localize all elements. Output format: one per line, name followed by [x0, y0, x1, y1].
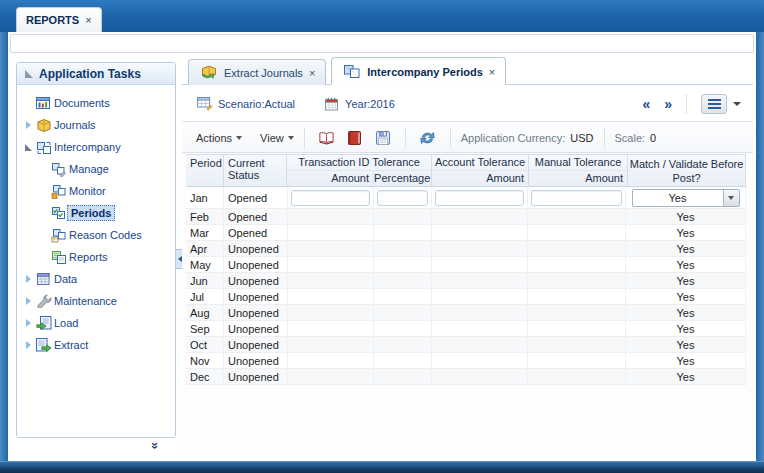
match-validate-cell: Yes Yes: [626, 369, 746, 384]
account-amount-cell: [432, 369, 528, 384]
manual-amount-input[interactable]: [531, 190, 622, 206]
table-row[interactable]: Feb Opened: [186, 209, 746, 225]
scenario-pov[interactable]: Scenario:Actual: [196, 96, 295, 111]
manual-amount-cell: [528, 209, 626, 224]
chevron-double-down-icon[interactable]: »: [152, 438, 172, 454]
sidebar-item-manage[interactable]: Manage: [17, 158, 175, 180]
expand-collapsed-icon[interactable]: [22, 297, 35, 305]
column-header-current-status: Current Status: [224, 155, 287, 186]
expand-collapsed-icon[interactable]: [22, 319, 35, 327]
table-row[interactable]: Jul Unopened: [186, 289, 746, 305]
table-row[interactable]: Oct Unopened: [186, 337, 746, 353]
close-icon[interactable]: ×: [85, 14, 91, 26]
table-row[interactable]: Sep Unopened: [186, 321, 746, 337]
content-tab-bar: Extract Journals × Intercompany Periods …: [188, 57, 506, 85]
expand-expanded-icon[interactable]: [22, 144, 35, 151]
column-header-period: Period: [186, 155, 224, 186]
tid-percentage-cell: [374, 225, 432, 240]
status-cell: Opened: [224, 209, 288, 224]
match-validate-cell: Yes Yes: [626, 273, 746, 288]
tab-extract-journals[interactable]: Extract Journals ×: [188, 59, 326, 85]
table-row[interactable]: Nov Unopened: [186, 353, 746, 369]
account-amount-cell: [432, 225, 528, 240]
sidebar-item-monitor[interactable]: Monitor: [17, 180, 175, 202]
status-cell: Unopened: [224, 289, 288, 304]
match-validate-cell: Yes Yes: [626, 209, 746, 224]
period-cell: May: [186, 257, 224, 272]
manual-amount-cell: [528, 321, 626, 336]
intercompany-periods-panel: Scenario:Actual Year:2016 « » Actions: [182, 84, 753, 455]
table-row[interactable]: May Unopened: [186, 257, 746, 273]
expand-collapsed-icon[interactable]: [22, 341, 35, 349]
sidebar-item-reports[interactable]: Reports: [17, 246, 175, 268]
period-cell: Jun: [186, 273, 224, 288]
tid-percentage-input[interactable]: [377, 190, 428, 206]
account-amount-input[interactable]: [435, 190, 524, 206]
sidebar-item-intercompany[interactable]: Intercompany: [17, 136, 175, 158]
account-amount-cell: [432, 209, 528, 224]
match-validate-cell: Yes Yes: [626, 289, 746, 304]
sidebar-item-periods[interactable]: Periods: [17, 202, 175, 224]
tid-amount-cell: [288, 353, 374, 368]
tid-amount-cell: [288, 257, 374, 272]
tid-amount-cell: [288, 289, 374, 304]
match-validate-cell: Yes Yes: [626, 257, 746, 272]
close-periods-button[interactable]: [343, 126, 367, 150]
tid-amount-input[interactable]: [291, 190, 370, 206]
table-header: Period Current Status Transaction ID Tol…: [186, 154, 746, 187]
match-validate-combobox[interactable]: Yes: [632, 189, 740, 207]
table-row[interactable]: Dec Unopened: [186, 369, 746, 385]
close-icon[interactable]: ×: [309, 67, 315, 79]
table-row[interactable]: Aug Unopened: [186, 305, 746, 321]
chevron-down-icon[interactable]: [723, 190, 739, 206]
column-header-tid-percentage: Percentage: [373, 171, 431, 186]
table-row[interactable]: Mar Opened: [186, 225, 746, 241]
next-button[interactable]: »: [664, 97, 672, 111]
previous-button[interactable]: «: [642, 97, 650, 111]
sidebar-item-extract[interactable]: Extract: [17, 334, 175, 356]
table-row[interactable]: Apr Unopened: [186, 241, 746, 257]
periods-table: Period Current Status Transaction ID Tol…: [186, 154, 746, 385]
match-validate-cell: Yes Yes: [626, 305, 746, 320]
sidebar-item-documents[interactable]: Documents: [17, 92, 175, 114]
sidebar-item-maintenance[interactable]: Maintenance: [17, 290, 175, 312]
column-header-tid-amount: Amount: [287, 171, 373, 186]
sidebar-item-journals[interactable]: Journals: [17, 114, 175, 136]
open-periods-button[interactable]: [315, 126, 339, 150]
reports-document-tab[interactable]: REPORTS ×: [16, 7, 102, 32]
table-row[interactable]: Jan Opened: [186, 187, 746, 209]
sidebar-item-load[interactable]: Load: [17, 312, 175, 334]
refresh-button[interactable]: [416, 126, 440, 150]
sidebar-item-data[interactable]: Data: [17, 268, 175, 290]
panel-menu-button[interactable]: [701, 94, 741, 114]
load-icon: [35, 316, 52, 331]
chevron-down-icon: [236, 136, 242, 140]
account-amount-cell: [432, 321, 528, 336]
close-icon[interactable]: ×: [489, 66, 495, 78]
status-cell: Unopened: [224, 257, 288, 272]
view-menu[interactable]: View: [260, 132, 294, 144]
application-tasks-header[interactable]: Application Tasks: [17, 63, 175, 85]
year-pov[interactable]: Year:2016: [323, 97, 395, 111]
actions-toolbar: Actions View Application: [182, 123, 753, 153]
status-cell: Unopened: [224, 305, 288, 320]
tab-intercompany-periods[interactable]: Intercompany Periods ×: [331, 57, 506, 85]
scenario-icon: [196, 96, 213, 111]
actions-menu[interactable]: Actions: [196, 132, 242, 144]
save-button[interactable]: [371, 126, 395, 150]
expand-collapsed-icon[interactable]: [22, 275, 35, 283]
browser-tab-bar: REPORTS ×: [0, 0, 764, 32]
account-amount-cell: [432, 305, 528, 320]
journals-icon: [35, 118, 52, 132]
column-header-match-validate: Match / Validate Before Post?: [628, 155, 746, 186]
table-body: Jan Opened: [186, 187, 746, 385]
period-cell: Mar: [186, 225, 224, 240]
tid-amount-cell: [288, 187, 374, 208]
year-value: 2016: [370, 98, 394, 110]
tid-percentage-cell: [374, 209, 432, 224]
period-cell: Aug: [186, 305, 224, 320]
manual-amount-cell: [528, 225, 626, 240]
sidebar-item-reason-codes[interactable]: Reason Codes: [17, 224, 175, 246]
table-row[interactable]: Jun Unopened: [186, 273, 746, 289]
expand-collapsed-icon[interactable]: [22, 121, 35, 129]
